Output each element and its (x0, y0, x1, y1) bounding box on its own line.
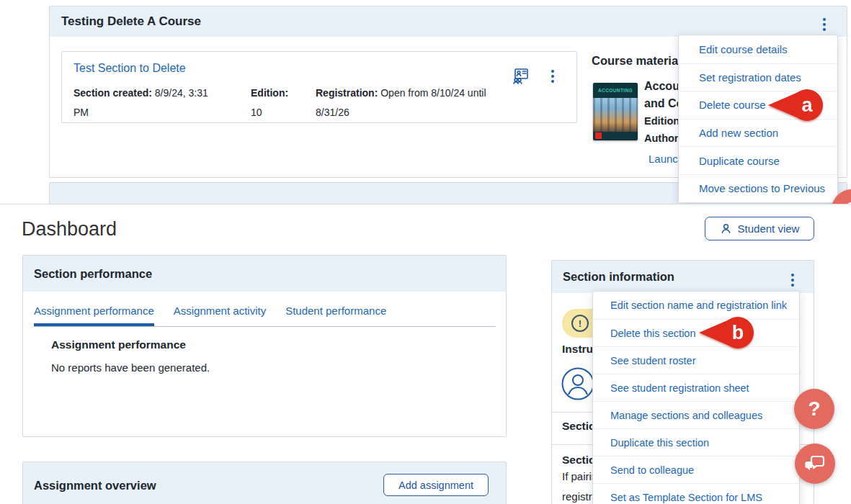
dashboard-view: Dashboard Student view Section performan… (0, 204, 851, 504)
menu-item-move-sections-previous[interactable]: Move sections to Previous (679, 174, 837, 202)
menu-item-send-to-colleague[interactable]: Send to colleague (593, 456, 799, 483)
assignment-overview-title: Assignment overview (34, 479, 156, 492)
menu-item-manage-sections-colleagues[interactable]: Manage sections and colleagues (593, 401, 799, 428)
menu-item-duplicate-course[interactable]: Duplicate course (679, 146, 837, 174)
book-cover-title: ACCOUNTING (593, 83, 638, 98)
menu-item-delete-this-section[interactable]: Delete this section (593, 319, 799, 346)
student-roster-icon[interactable] (512, 66, 530, 85)
menu-item-set-registration-dates[interactable]: Set registration dates (679, 63, 837, 91)
course-title: Testing Delete A Course (61, 14, 201, 29)
page-title: Dashboard (22, 218, 117, 240)
help-button[interactable]: ? (794, 389, 834, 429)
section-performance-card: Section performance Assignment performan… (22, 255, 507, 437)
menu-item-edit-section-name[interactable]: Edit section name and registration link (593, 292, 799, 319)
section-info-kebab-menu-icon[interactable] (789, 271, 796, 289)
course-kebab-menu-icon[interactable] (821, 16, 828, 33)
menu-item-see-student-roster[interactable]: See student roster (593, 346, 799, 374)
menu-item-edit-course-details[interactable]: Edit course details (679, 35, 837, 63)
question-mark-icon: ? (845, 198, 851, 204)
svg-text:b: b (732, 322, 744, 343)
material-edition-label: Edition: (644, 115, 683, 127)
question-mark-icon: ? (808, 397, 820, 420)
section-dropdown-menu: Edit section name and registration link … (592, 291, 800, 504)
material-author-label: Author: (644, 132, 682, 144)
tab-assignment-activity[interactable]: Assignment activity (174, 305, 266, 326)
assignment-overview-card: Assignment overview Add assignment (22, 462, 507, 504)
menu-item-see-registration-sheet[interactable]: See student registration sheet (593, 374, 799, 401)
section-card: Test Section to Delete Section created: … (61, 51, 577, 123)
menu-item-duplicate-this-section[interactable]: Duplicate this section (593, 428, 799, 456)
tab-student-performance[interactable]: Student performance (285, 305, 386, 326)
annotation-pin-b: b (698, 316, 755, 349)
publisher-logo (593, 132, 638, 140)
course-list-view: Testing Delete A Course Test Section to … (0, 0, 851, 204)
person-icon (720, 222, 732, 235)
student-view-button[interactable]: Student view (705, 217, 814, 240)
add-assignment-button[interactable]: Add assignment (383, 474, 489, 496)
svg-text:a: a (801, 94, 813, 116)
chat-button[interactable] (795, 444, 835, 484)
section-kebab-menu-icon[interactable] (549, 68, 556, 85)
section-edition: Edition: 10 (251, 84, 294, 122)
warning-icon: ! (571, 315, 589, 332)
annotation-pin-a: a (767, 89, 824, 122)
instructor-avatar-icon (561, 366, 595, 401)
performance-tabs: Assignment performance Assignment activi… (34, 305, 496, 327)
tab-assignment-performance[interactable]: Assignment performance (34, 305, 154, 326)
course-materials-heading: Course materials (592, 54, 688, 68)
book-cover-image: ACCOUNTING (593, 83, 638, 140)
book-cover-art (593, 98, 638, 132)
section-registration: Registration: Open from 8/10/24 until 8/… (316, 84, 489, 122)
section-created: Section created: 8/9/24, 3:31 PM (73, 84, 218, 122)
menu-item-add-new-section[interactable]: Add new section (679, 119, 837, 147)
section-name-link[interactable]: Test Section to Delete (73, 62, 186, 75)
report-empty-text: No reports have been generated. (51, 361, 210, 374)
menu-item-set-template-section-lms[interactable]: Set as Template Section for LMS (593, 483, 799, 504)
screen: Testing Delete A Course Test Section to … (0, 0, 851, 504)
report-title: Assignment performance (51, 338, 186, 351)
section-performance-title: Section performance (34, 267, 152, 281)
section-information-title: Section information (563, 270, 674, 284)
chat-bubbles-icon (803, 455, 827, 473)
